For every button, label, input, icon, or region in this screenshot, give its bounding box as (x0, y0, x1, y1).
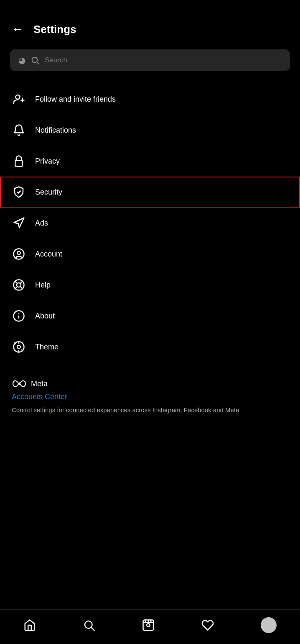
person-add-icon (12, 93, 26, 105)
menu-item-about[interactable]: About (0, 300, 300, 331)
avatar (261, 617, 277, 633)
back-arrow-icon: ← (12, 23, 23, 35)
search-nav-icon (83, 619, 95, 631)
shield-icon (12, 186, 26, 198)
lock-icon (12, 155, 26, 167)
heart-icon (201, 619, 214, 631)
menu-item-theme[interactable]: Theme (0, 331, 300, 362)
meta-logo-row: Meta (12, 379, 288, 388)
account-icon (12, 248, 26, 260)
menu-item-notifications[interactable]: Notifications (0, 115, 300, 146)
search-bar[interactable]: ◕ (10, 49, 290, 71)
menu-item-ads[interactable]: Ads (0, 208, 300, 239)
bell-icon (12, 124, 26, 136)
header: ← Settings (0, 0, 300, 45)
nav-profile-button[interactable] (258, 615, 279, 636)
svg-line-13 (20, 281, 23, 283)
menu-label-notifications: Notifications (35, 126, 76, 135)
svg-line-1 (37, 62, 39, 64)
menu-label-ads: Ads (35, 219, 48, 228)
meta-logo-label: Meta (31, 380, 48, 388)
svg-line-6 (14, 223, 18, 224)
svg-line-14 (15, 287, 17, 289)
nav-home-button[interactable] (21, 616, 38, 634)
menu-item-privacy[interactable]: Privacy (0, 146, 300, 177)
menu-label-follow-invite: Follow and invite friends (35, 95, 116, 104)
menu-label-account: Account (35, 250, 62, 259)
menu-item-account[interactable]: Account (0, 239, 300, 269)
nav-reels-button[interactable] (140, 616, 157, 634)
search-icon: ◕ (18, 55, 25, 65)
menu-label-about: About (35, 312, 55, 321)
meta-section: Meta Accounts Center Control settings fo… (0, 367, 300, 419)
menu-item-security[interactable]: Security (0, 177, 300, 208)
svg-point-8 (17, 251, 20, 255)
search-input[interactable] (45, 56, 282, 64)
menu-label-theme: Theme (35, 343, 58, 352)
menu-list: Follow and invite friends Notifications … (0, 80, 300, 367)
svg-rect-5 (15, 161, 23, 167)
meta-logo-icon (12, 379, 27, 388)
svg-point-2 (16, 95, 20, 99)
svg-line-11 (15, 281, 17, 283)
info-icon (12, 310, 26, 322)
home-icon (23, 619, 36, 631)
page-title: Settings (33, 23, 76, 36)
search-icon (31, 56, 40, 65)
nav-likes-button[interactable] (199, 616, 216, 634)
svg-line-12 (20, 287, 23, 289)
back-button[interactable]: ← (10, 22, 25, 37)
svg-point-19 (17, 345, 20, 349)
help-icon (12, 279, 26, 291)
menu-label-privacy: Privacy (35, 157, 60, 166)
menu-label-security: Security (35, 188, 62, 197)
reels-icon (142, 619, 155, 631)
menu-item-help[interactable]: Help (0, 269, 300, 300)
bottom-nav (0, 609, 300, 644)
menu-item-follow-invite[interactable]: Follow and invite friends (0, 84, 300, 115)
accounts-center-desc: Control settings for connected experienc… (12, 406, 239, 413)
megaphone-icon (12, 217, 26, 229)
menu-label-help: Help (35, 281, 51, 290)
nav-search-button[interactable] (80, 616, 98, 634)
svg-point-27 (147, 623, 150, 627)
svg-line-25 (92, 628, 94, 631)
search-container: ◕ (0, 45, 300, 80)
accounts-center-link[interactable]: Accounts Center (12, 393, 288, 401)
theme-icon (12, 341, 26, 353)
